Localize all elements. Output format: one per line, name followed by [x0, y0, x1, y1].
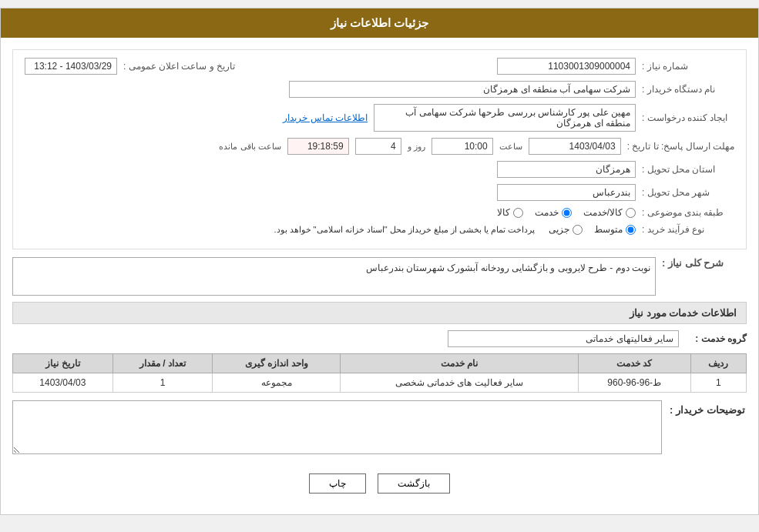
category-khadamat-item: خدمت: [535, 207, 572, 218]
requester-label: ایجاد کننده درخواست :: [642, 112, 734, 123]
col-quantity: تعداد / مقدار: [113, 354, 213, 373]
deadline-date: 1403/04/03: [529, 138, 621, 155]
category-kala-item: کالا: [497, 207, 523, 218]
page-header: جزئیات اطلاعات نیاز: [1, 8, 758, 38]
col-service-code: کد خدمت: [578, 354, 690, 373]
cell-quantity: 1: [113, 373, 213, 393]
purchase-type-radio-group: متوسط جزیی: [549, 224, 636, 235]
main-form-section: شماره نیاز : 1103001309000004 تاریخ و سا…: [12, 49, 747, 249]
announce-value: 1403/03/29 - 13:12: [25, 58, 117, 75]
category-kala-khadamat-item: کالا/خدمت: [583, 207, 636, 218]
category-khadamat-label: خدمت: [535, 207, 559, 218]
cell-unit: مجموعه: [213, 373, 341, 393]
row-province: استان محل تحویل : هرمزگان: [25, 161, 734, 178]
deadline-label: مهلت ارسال پاسخ: تا تاریخ :: [627, 141, 734, 152]
content-area: شماره نیاز : 1103001309000004 تاریخ و سا…: [1, 38, 758, 514]
table-header-row: ردیف کد خدمت نام خدمت واحد اندازه گیری ت…: [13, 354, 747, 373]
cell-date: 1403/04/03: [13, 373, 113, 393]
province-value: هرمزگان: [497, 161, 636, 178]
purchase-note: پرداخت تمام یا بخشی از مبلغ خریداز محل "…: [274, 225, 535, 235]
row-buyer-org: نام دستگاه خریدار : شرکت سهامی آب منطقه …: [25, 81, 734, 98]
row-purchase-type: نوع فرآیند خرید : متوسط جزیی پرداخت تمام…: [25, 224, 734, 235]
buyer-desc-row: توضیحات خریدار :: [12, 400, 747, 457]
deadline-time: 10:00: [432, 138, 493, 155]
group-label: گروه خدمت :: [685, 333, 747, 344]
purchase-jozi-radio[interactable]: [573, 225, 583, 235]
cell-row-num: 1: [690, 373, 746, 393]
purchase-type-label: نوع فرآیند خرید :: [642, 224, 734, 235]
announce-label: تاریخ و ساعت اعلان عمومی :: [123, 61, 235, 72]
deadline-day-label: روز و: [408, 142, 425, 152]
table-row: 1 ط-96-96-960 سایر فعالیت های خدماتی شخص…: [13, 373, 747, 393]
purchase-motawaset-radio[interactable]: [626, 225, 636, 235]
buttons-row: بازگشت چاپ: [12, 464, 747, 503]
back-button[interactable]: بازگشت: [378, 473, 450, 494]
page-title: جزئیات اطلاعات نیاز: [331, 16, 428, 29]
category-radio-group: کالا/خدمت خدمت کالا: [497, 207, 636, 218]
buyer-desc-textarea[interactable]: [12, 400, 662, 454]
group-row: گروه خدمت : سایر فعالیتهای خدماتی: [12, 330, 747, 347]
province-label: استان محل تحویل :: [642, 164, 734, 175]
contact-link[interactable]: اطلاعات تماس خریدار: [283, 112, 368, 123]
print-button[interactable]: چاپ: [309, 473, 366, 494]
services-section-title: اطلاعات خدمات مورد نیاز: [12, 302, 747, 324]
group-value: سایر فعالیتهای خدماتی: [448, 330, 679, 347]
need-desc-value: نوبت دوم - طرح لایروبی و بازگشایی رودخان…: [12, 257, 656, 296]
category-kala-khadamat-radio[interactable]: [626, 208, 636, 218]
deadline-remaining-label: ساعت باقی مانده: [219, 142, 280, 152]
cell-service-name: سایر فعالیت های خدماتی شخصی: [341, 373, 578, 393]
purchase-jozi-item: جزیی: [549, 224, 583, 235]
purchase-motawaset-item: متوسط: [594, 224, 636, 235]
requester-value: مهین علی پور کارشناس بررسی طرحها شرکت سه…: [374, 104, 636, 132]
category-khadamat-radio[interactable]: [562, 208, 572, 218]
buyer-org-label: نام دستگاه خریدار :: [642, 84, 734, 95]
buyer-desc-label: توضیحات خریدار :: [670, 400, 747, 416]
row-need-number: شماره نیاز : 1103001309000004 تاریخ و سا…: [25, 58, 734, 75]
buyer-org-value: شرکت سهامی آب منطقه ای هرمزگان: [289, 81, 636, 98]
city-value: بندرعباس: [497, 184, 636, 201]
category-kala-radio[interactable]: [513, 208, 523, 218]
services-table: ردیف کد خدمت نام خدمت واحد اندازه گیری ت…: [12, 353, 747, 393]
row-deadline: مهلت ارسال پاسخ: تا تاریخ : 1403/04/03 س…: [25, 138, 734, 155]
cell-service-code: ط-96-96-960: [578, 373, 690, 393]
need-desc-section-title: شرح کلی نیاز :: [662, 257, 747, 269]
col-service-name: نام خدمت: [341, 354, 578, 373]
page-wrapper: جزئیات اطلاعات نیاز شماره نیاز : 1103001…: [0, 8, 759, 515]
city-label: شهر محل تحویل :: [642, 187, 734, 198]
deadline-days: 4: [355, 138, 401, 155]
need-number-value: 1103001309000004: [497, 58, 636, 75]
deadline-remaining: 19:18:59: [287, 138, 349, 155]
col-row-num: ردیف: [690, 354, 746, 373]
row-city: شهر محل تحویل : بندرعباس: [25, 184, 734, 201]
row-requester: ایجاد کننده درخواست : مهین علی پور کارشن…: [25, 104, 734, 132]
category-kala-khadamat-label: کالا/خدمت: [583, 207, 623, 218]
col-date: تاریخ نیاز: [13, 354, 113, 373]
row-category: طبقه بندی موضوعی : کالا/خدمت خدمت کالا: [25, 207, 734, 218]
purchase-jozi-label: جزیی: [549, 224, 569, 235]
need-desc-row: شرح کلی نیاز : نوبت دوم - طرح لایروبی و …: [12, 257, 747, 296]
category-kala-label: کالا: [497, 207, 510, 218]
deadline-time-label: ساعت: [499, 142, 522, 152]
col-unit: واحد اندازه گیری: [213, 354, 341, 373]
purchase-motawaset-label: متوسط: [594, 224, 623, 235]
category-label: طبقه بندی موضوعی :: [642, 207, 734, 218]
need-number-label: شماره نیاز :: [642, 61, 734, 72]
